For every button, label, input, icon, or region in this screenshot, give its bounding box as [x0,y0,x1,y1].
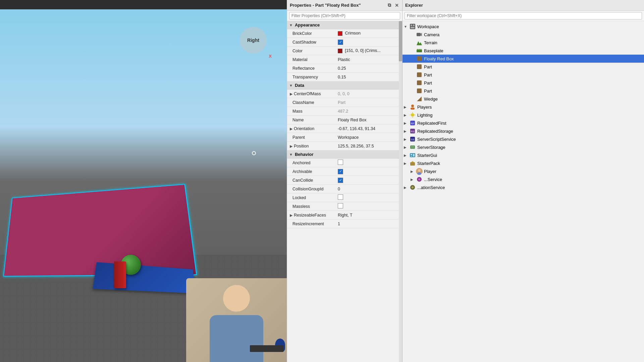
prop-centerofmass-value: 0, 0, 0 [336,92,402,96]
tree-item-part-3[interactable]: Part [402,79,644,87]
restore-icon[interactable]: ⧉ [387,3,392,8]
prop-massless[interactable]: Massless [287,202,402,211]
prop-reflectance-name: Reflectance [287,66,336,71]
prop-material-name: Material [287,57,336,62]
viewport[interactable]: Right X [0,0,287,362]
part-3-label: Part [424,80,432,85]
prop-castshadow[interactable]: CastShadow ✓ [287,38,402,47]
centerofmass-chevron: ▶ [290,92,292,96]
prop-name-value: Floaty Red Box [336,118,402,122]
prop-collisiongroupid-value: 0 [336,187,402,191]
prop-reflectance[interactable]: Reflectance 0.25 [287,64,402,73]
compass-label: Right [240,27,267,54]
prop-parent[interactable]: Parent Workspace [287,133,402,142]
svg-rect-34 [411,154,412,155]
tree-item-replicatedstorage[interactable]: ▶ RS ReplicatedStorage [402,127,644,135]
replicatedfirst-icon: RF [409,120,416,126]
serverscriptservice-label: ServerScriptService [417,137,456,142]
prop-orientation[interactable]: ▶Orientation -0.67, 116.43, 91.34 [287,124,402,133]
filter-properties-input[interactable] [289,12,400,19]
serverscriptservice-chevron: ▶ [404,137,409,141]
prop-classname[interactable]: ClassName Part [287,98,402,107]
prop-color[interactable]: Color [151, 0, 0] (Crims... [287,47,402,55]
prop-position-name: ▶Position [287,144,336,148]
tree-item-serverstorage[interactable]: ▶ ServerStorage [402,143,644,151]
section-data[interactable]: ▼ Data [287,81,402,89]
prop-resizeincrement[interactable]: ResizeIncrement 1 [287,220,402,228]
tree-item-startergui[interactable]: ▶ StarterGui [402,151,644,159]
baseplate-icon [416,47,423,54]
locked-checkbox[interactable] [338,194,343,200]
prop-material-value: Plastic [336,57,402,62]
prop-resizeablefaces[interactable]: ▶ResizeableFaces Right, T [287,211,402,220]
players-icon [409,104,416,110]
tree-item-floaty-red-box[interactable]: Floaty Red Box [402,55,644,63]
section-behavior[interactable]: ▼ Behavior [287,150,402,159]
svg-marker-16 [417,97,422,101]
prop-locked[interactable]: Locked [287,193,402,202]
camera-label: Camera [424,32,439,37]
tree-item-players[interactable]: ▶ Players [402,103,644,111]
prop-brickcolor[interactable]: BrickColor Crimson [287,29,402,38]
svg-text:RF: RF [411,122,415,125]
tree-item-baseplate[interactable]: Baseplate [402,47,644,55]
tree-item-part-1[interactable]: Part [402,63,644,71]
prop-archivable-name: Archivable [287,169,336,174]
prop-anchored[interactable]: Anchored [287,159,402,167]
prop-cancollide[interactable]: CanCollide ✓ [287,176,402,185]
tree-item-lighting[interactable]: ▶ Lighting [402,111,644,119]
tree-item-starterpack[interactable]: ▶ StarterPack [402,159,644,167]
properties-scroll[interactable]: ▼ Appearance BrickColor Crimson CastShad… [287,21,402,362]
tree-item-terrain[interactable]: Terrain [402,39,644,47]
prop-position[interactable]: ▶Position 125.5, 28.256, 37.5 [287,142,402,150]
scrollbar-thumb[interactable] [399,21,402,61]
explorer-tree[interactable]: ▼ Workspace Camera Terrain [402,21,644,362]
ationservice-icon [409,184,416,191]
tree-item-part-2[interactable]: Part [402,71,644,79]
castshadow-checkbox[interactable]: ✓ [338,40,343,45]
wedge-label: Wedge [424,97,438,102]
prop-resizeablefaces-name: ▶ResizeableFaces [287,213,336,218]
prop-transparency[interactable]: Transparency 0.15 [287,73,402,81]
cancollide-checkbox[interactable]: ✓ [338,178,343,183]
explorer-title: Explorer [405,3,423,8]
tree-item-serverscriptservice[interactable]: ▶ SS ServerScriptService [402,135,644,143]
archivable-checkbox[interactable]: ✓ [338,169,343,174]
part-2-label: Part [424,72,432,77]
tree-item-ationservice[interactable]: ▶ ...ationService [402,183,644,191]
explorer-filter [402,11,644,21]
tree-item-workspace[interactable]: ▼ Workspace [402,22,644,31]
prop-material[interactable]: Material Plastic [287,55,402,64]
anchored-checkbox[interactable] [338,160,343,165]
filter-explorer-input[interactable] [405,12,642,19]
color-swatch [338,49,342,53]
prop-mass[interactable]: Mass 487.2 [287,107,402,116]
svg-point-19 [411,113,414,117]
part-1-icon [416,63,423,70]
prop-anchored-name: Anchored [287,161,336,165]
prop-archivable[interactable]: Archivable ✓ [287,167,402,176]
tree-item-service1[interactable]: ▶ ...Service [402,175,644,183]
svg-rect-15 [417,88,422,93]
tree-item-replicatedfirst[interactable]: ▶ RF ReplicatedFirst [402,119,644,127]
prop-orientation-value: -0.67, 116.43, 91.34 [336,126,402,131]
svg-rect-4 [417,33,421,36]
prop-name[interactable]: Name Floaty Red Box [287,116,402,124]
svg-rect-37 [410,162,415,166]
prop-collisiongroupid[interactable]: CollisionGroupId 0 [287,185,402,193]
terrain-label: Terrain [424,40,437,45]
svg-text:SS: SS [411,138,415,141]
prop-brickcolor-name: BrickColor [287,31,336,36]
svg-rect-14 [417,80,422,85]
appearance-title: Appearance [295,22,320,27]
section-appearance[interactable]: ▼ Appearance [287,21,402,29]
tree-item-player[interactable]: ▶ Player [402,167,644,175]
prop-centerofmass[interactable]: ▶CenterOfMass 0, 0, 0 [287,89,402,98]
close-icon[interactable]: ✕ [394,3,399,8]
prop-collisiongroupid-name: CollisionGroupId [287,187,336,191]
tree-item-wedge[interactable]: Wedge [402,95,644,103]
tree-item-camera[interactable]: Camera [402,31,644,39]
tree-item-part-4[interactable]: Part [402,87,644,95]
cursor-indicator [252,151,256,155]
massless-checkbox[interactable] [338,203,343,208]
